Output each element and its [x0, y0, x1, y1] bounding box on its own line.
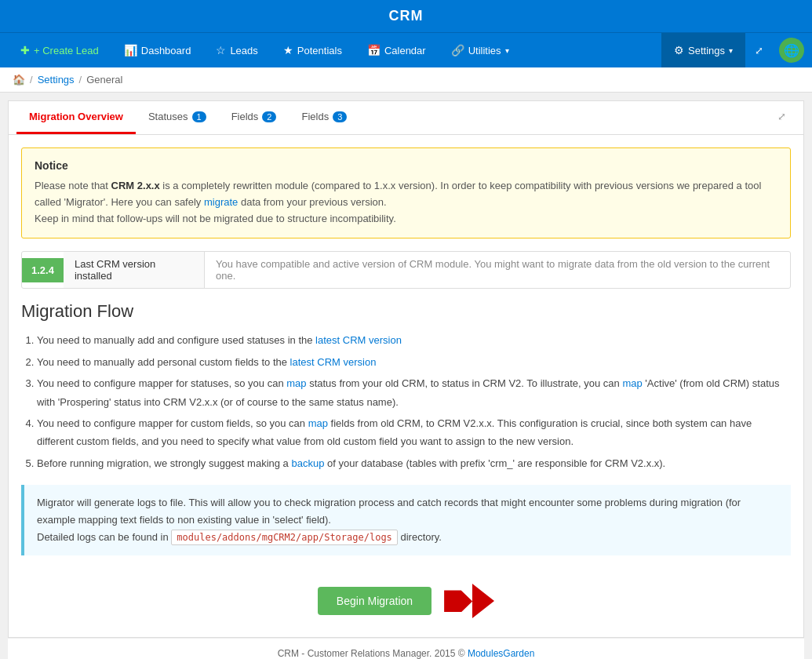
tab-statuses[interactable]: Statuses 1 [136, 101, 219, 134]
fields-3-badge: 3 [333, 111, 347, 122]
step-1: You need to manually add and configure u… [37, 331, 791, 349]
notice-title: Notice [35, 159, 777, 172]
nav-utilities[interactable]: 🔗 Utilities ▾ [439, 33, 522, 67]
begin-migration-button[interactable]: Begin Migration [318, 587, 431, 615]
migration-flow-title: Migration Flow [21, 301, 791, 322]
arrow-body [444, 590, 472, 612]
utilities-icon: 🔗 [451, 44, 464, 56]
leads-icon: ☆ [216, 44, 226, 56]
notice-text2: Keep in mind that follow-ups will not be… [35, 211, 777, 228]
calendar-icon: 📅 [367, 44, 381, 56]
app-title: CRM [0, 0, 812, 32]
info-line1: Migrator will generate logs to file. Thi… [37, 494, 778, 529]
breadcrumb-settings[interactable]: Settings [38, 74, 75, 86]
step-3: You need to configure mapper for statuse… [37, 374, 791, 411]
nav-settings[interactable]: ⚙ Settings ▾ [661, 33, 745, 67]
dashboard-icon: 📊 [124, 44, 137, 56]
migration-flow: Migration Flow You need to manually add … [21, 301, 791, 472]
info-box: Migrator will generate logs to file. Thi… [21, 485, 791, 555]
migration-steps: You need to manually add and configure u… [21, 331, 791, 472]
expand-button[interactable]: ⤢ [745, 34, 773, 67]
footer-link[interactable]: ModulesGarden [468, 648, 534, 659]
notice-box: Notice Please note that CRM 2.x.x is a c… [21, 147, 791, 238]
nav-potentials[interactable]: ★ Potentials [271, 33, 355, 67]
notice-text1: Please note that CRM 2.x.x is a complete… [35, 178, 777, 211]
statuses-badge: 1 [192, 111, 206, 122]
log-path: modules/addons/mgCRM2/app/Storage/logs [171, 530, 398, 545]
nav-leads[interactable]: ☆ Leads [203, 33, 270, 67]
tab-migration-overview[interactable]: Migration Overview [16, 101, 136, 134]
version-badge: 1.2.4 [22, 258, 64, 282]
footer: CRM - Customer Relations Manager. 2015 ©… [8, 638, 804, 659]
button-area: Begin Migration [9, 568, 803, 637]
info-line2: Detailed logs can be found in modules/ad… [37, 529, 778, 546]
arrow-indicator [444, 584, 494, 618]
nav-dashboard[interactable]: 📊 Dashboard [111, 33, 204, 67]
main-content: Migration Overview Statuses 1 Fields 2 F… [8, 100, 804, 638]
tab-expand-icon[interactable]: ⤢ [768, 101, 796, 134]
breadcrumb-general: General [86, 74, 122, 86]
user-avatar[interactable]: 🌐 [779, 38, 804, 63]
version-bar: 1.2.4 Last CRM version installed You hav… [21, 251, 791, 289]
version-desc: You have compatible and active version o… [205, 252, 790, 288]
settings-icon: ⚙ [674, 44, 684, 56]
tabs: Migration Overview Statuses 1 Fields 2 F… [9, 101, 803, 135]
utilities-dropdown-icon: ▾ [505, 46, 509, 55]
fields-2-badge: 2 [262, 111, 276, 122]
plus-icon: ✚ [20, 44, 30, 56]
nav-bar: ✚ + Create Lead 📊 Dashboard ☆ Leads ★ Po… [0, 32, 812, 67]
step-2: You need to manually add personal custom… [37, 353, 791, 371]
create-lead-button[interactable]: ✚ + Create Lead [8, 33, 111, 67]
step-4: You need to configure mapper for custom … [37, 414, 791, 451]
tab-fields-2[interactable]: Fields 2 [219, 101, 289, 134]
breadcrumb: 🏠 / Settings / General [0, 67, 812, 93]
settings-dropdown-icon: ▾ [729, 46, 733, 55]
version-label: Last CRM version installed [64, 252, 205, 288]
home-icon[interactable]: 🏠 [13, 74, 25, 86]
tab-fields-3[interactable]: Fields 3 [289, 101, 359, 134]
nav-right: ⚙ Settings ▾ ⤢ 🌐 [661, 33, 804, 67]
arrow-head [472, 584, 494, 618]
step-5: Before running migration, we strongly su… [37, 454, 791, 472]
potentials-icon: ★ [283, 44, 293, 56]
nav-calendar[interactable]: 📅 Calendar [355, 33, 439, 67]
